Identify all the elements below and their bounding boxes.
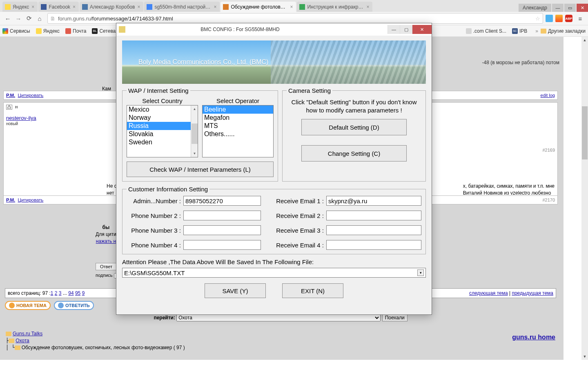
chrome-user-badge[interactable]: Александр (519, 4, 551, 12)
plus-icon (9, 303, 15, 308)
list-scrollbar[interactable]: ▲▼ (191, 105, 198, 157)
extension-icon[interactable] (555, 15, 563, 22)
bookmark-item[interactable]: SCIPB (512, 28, 527, 34)
app-body: Boly Media Communications Co., Ltd. (BMC… (116, 36, 432, 314)
list-item[interactable]: Others...... (203, 130, 273, 138)
check-wap-button[interactable]: Check WAP / Internet Parameters (L) (127, 162, 274, 177)
quote-hint-link[interactable]: нажать н (96, 238, 116, 244)
home-button[interactable]: ⌂ (34, 13, 45, 24)
window-maximize[interactable]: ▭ (564, 4, 576, 12)
close-icon[interactable]: × (73, 4, 76, 10)
phone3-input[interactable] (183, 225, 261, 235)
back-button[interactable]: ← (2, 13, 13, 24)
home-link[interactable]: guns.ru home (512, 334, 555, 341)
email3-input[interactable] (326, 225, 421, 235)
tree-link[interactable]: Guns.ru Talks (13, 331, 42, 337)
pm-link[interactable]: P.M. (6, 93, 15, 98)
extension-icon[interactable] (546, 15, 553, 22)
page-link[interactable]: 95 (75, 290, 80, 296)
admin-number-input[interactable] (183, 196, 261, 206)
forum-select[interactable]: Охота (176, 314, 381, 321)
list-item[interactable]: MTS (203, 122, 273, 130)
list-item[interactable]: Norway (127, 114, 198, 122)
save-button[interactable]: SAVE (Y) (205, 283, 266, 298)
folder-icon (541, 29, 546, 34)
email2-input[interactable] (326, 211, 421, 220)
edit-log-link[interactable]: edit log (541, 93, 555, 98)
tab-manual[interactable]: Инструкция к инфракрас…× (297, 2, 372, 12)
apps-button[interactable]: Сервисы (2, 28, 30, 34)
page-scrollbar[interactable]: ▲ ▼ (581, 37, 588, 360)
page-link[interactable]: 94 (68, 290, 74, 296)
bookmark-star-icon[interactable]: ☆ (535, 16, 540, 22)
answer-button[interactable]: ОТВЕТИТЬ (54, 301, 94, 310)
list-item[interactable]: Slovakia (127, 130, 198, 138)
email1-input[interactable] (326, 196, 421, 206)
scroll-up-icon[interactable]: ▲ (581, 37, 588, 43)
prev-topic-link[interactable]: предыдущая тема (512, 290, 553, 296)
close-icon[interactable]: × (137, 4, 140, 10)
tab-facebook[interactable]: Facebook× (38, 2, 79, 12)
tab-label: Обсуждение фотоловуш… (231, 4, 287, 10)
app-close[interactable]: ✕ (412, 25, 432, 34)
next-topic-link[interactable]: следующая тема (469, 290, 508, 296)
list-item[interactable]: Sweden (127, 138, 198, 146)
tab-yandex[interactable]: Яндекс× (2, 2, 38, 12)
app-minimize[interactable]: — (388, 25, 400, 34)
close-icon[interactable]: × (31, 4, 34, 10)
list-item[interactable]: Mexico (127, 105, 198, 114)
window-minimize[interactable]: — (552, 4, 564, 12)
menu-icon[interactable]: ≡ (575, 13, 586, 24)
tab-forum-active[interactable]: Обсуждение фотоловуш…× (220, 2, 296, 12)
url-path: /forummessage/14/714633-97.html (91, 16, 173, 22)
window-close[interactable]: ✕ (577, 4, 588, 12)
country-list[interactable]: Mexico Norway Russia Slovakia Sweden ▲▼ (127, 105, 198, 157)
username-link[interactable]: nesterov-ilya (6, 115, 36, 121)
change-setting-button[interactable]: Change Setting (C) (301, 145, 407, 162)
list-item-selected[interactable]: Beeline (203, 105, 273, 114)
tree-link[interactable]: Охота (16, 338, 29, 343)
reply-button[interactable]: Ответ (96, 263, 117, 270)
list-item[interactable]: Megafon (203, 114, 273, 122)
app-titlebar[interactable]: BMC CONFIG : For SG550M-8MHD — ▢ ✕ (116, 23, 432, 36)
page-link[interactable]: 2 (55, 290, 58, 296)
close-icon[interactable]: × (290, 4, 293, 10)
breadcrumb-tree: Guns.ru Talks ├Охота │ └Обсуждение фотол… (3, 328, 187, 353)
camera-hint: Click "Default Setting" button if you do… (288, 98, 420, 114)
page-link[interactable]: 9 (82, 290, 85, 296)
page-link[interactable]: 1 (51, 290, 53, 296)
list-item-selected[interactable]: Russia (127, 122, 198, 130)
phone4-input[interactable] (183, 240, 261, 250)
address-bar[interactable]: 🗎 forum.guns.ru/forummessage/14/714633-9… (47, 13, 543, 24)
default-setting-button[interactable]: Default Setting (D) (301, 119, 407, 135)
other-bookmarks[interactable]: Другие закладки (541, 28, 586, 34)
reload-button[interactable]: ⟳ (24, 13, 34, 24)
adblock-icon[interactable]: ABP (565, 15, 572, 22)
operator-list[interactable]: Beeline Megafon MTS Others...... (202, 105, 274, 157)
wap-setting-group: WAP / Internet Setting Select Country Me… (122, 87, 278, 182)
go-button[interactable]: Поехали (382, 314, 408, 321)
path-combobox[interactable]: E:\GSM\SG550M.TXT ▾ (122, 268, 426, 278)
tab-vk[interactable]: Александр Коробов× (80, 2, 143, 12)
bookmark-item[interactable]: .com Client S... (466, 28, 506, 34)
chevron-down-icon[interactable]: ▾ (417, 269, 424, 276)
exit-button[interactable]: EXIT (N) (282, 283, 343, 298)
new-topic-button[interactable]: НОВАЯ ТЕМА (5, 301, 51, 310)
app-maximize[interactable]: ▢ (400, 25, 412, 34)
quote-link[interactable]: Цитировать (18, 93, 44, 98)
close-icon[interactable]: × (366, 4, 369, 10)
bookmark-item[interactable]: Яндекс (36, 28, 60, 34)
quote-link[interactable]: Цитировать (18, 197, 44, 202)
tab-google[interactable]: sg550m-8mhd настройка…× (144, 2, 220, 12)
bookmark-item[interactable]: Почта (65, 28, 86, 34)
quote-hint: быДля цитинажать н (96, 224, 116, 245)
email4-input[interactable] (326, 240, 421, 250)
pm-link[interactable]: P.M. (6, 197, 15, 202)
close-icon[interactable]: × (214, 4, 216, 10)
overflow-icon[interactable]: » (535, 28, 538, 34)
tree-icon[interactable]: 凸 (6, 105, 12, 110)
phone2-input[interactable] (183, 211, 261, 220)
page-link[interactable]: 3 (59, 290, 62, 296)
scrollbar-thumb[interactable] (582, 106, 588, 159)
scroll-down-icon[interactable]: ▼ (581, 353, 588, 360)
